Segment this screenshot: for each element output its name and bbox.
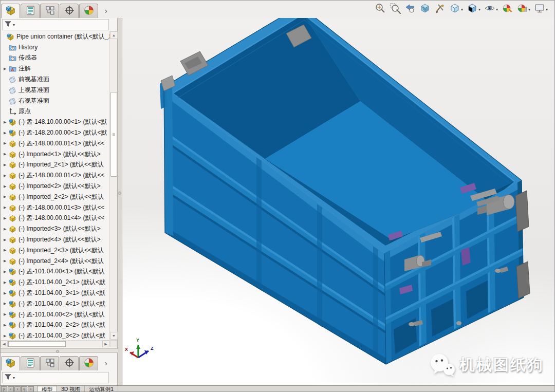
hide-show-items-button[interactable]: ▾ bbox=[484, 2, 498, 16]
tree-row[interactable]: ▶ (-) 孟-101.04.00_2<1> (默认<默 bbox=[1, 277, 109, 288]
dropdown-caret-icon[interactable]: ▾ bbox=[496, 7, 498, 12]
expand-arrow-icon[interactable]: ▶ bbox=[4, 174, 9, 178]
tree-row[interactable]: ▶ (-) 孟-101.04.00_3<2> (默认<默 bbox=[1, 330, 109, 340]
dropdown-caret-icon[interactable]: ▾ bbox=[546, 7, 548, 12]
expand-arrow-icon[interactable]: ▶ bbox=[4, 131, 9, 135]
tree-row[interactable]: ▶ (-) Imported_2<3> (默认<<默认 bbox=[1, 245, 109, 256]
dropdown-caret-icon[interactable]: ▾ bbox=[528, 7, 530, 12]
tree-row[interactable]: ▶ (-) 孟-101.04.00<1> (默认<默认 bbox=[1, 267, 109, 277]
scroll-down-button[interactable]: ▼ bbox=[110, 332, 118, 340]
tree-row[interactable]: ▶ (-) Imported_2<1> (默认<<默认 bbox=[1, 160, 109, 171]
expand-arrow-icon[interactable]: ▶ bbox=[4, 302, 9, 306]
tree-row[interactable]: ▶ (-) 孟-148.00.00.01<3> (默认<< bbox=[1, 202, 109, 213]
tab-propertymanager[interactable] bbox=[21, 4, 40, 18]
display-style-button[interactable]: ▾ bbox=[466, 2, 481, 16]
tree-filter-box[interactable]: ▾ bbox=[2, 19, 109, 30]
doc-tab-item[interactable]: 运动算例1 bbox=[85, 386, 118, 392]
expand-arrow-icon[interactable]: ▶ bbox=[4, 163, 9, 167]
horizontal-scroll-thumb[interactable] bbox=[8, 341, 66, 347]
vertical-scroll-thumb[interactable] bbox=[110, 92, 117, 177]
tree-row[interactable]: ▶ (-) Imported<1> (默认<<默认> bbox=[1, 149, 109, 160]
expand-arrow-icon[interactable]: ▶ bbox=[4, 195, 9, 199]
tree-row[interactable]: ▶ 原点 bbox=[1, 106, 109, 117]
expand-arrow-icon[interactable]: ▶ bbox=[4, 120, 9, 124]
previous-view-button[interactable] bbox=[404, 2, 416, 16]
dropdown-caret-icon[interactable]: ▾ bbox=[478, 7, 480, 12]
tree-row[interactable]: ▶ (-) 孟-101.04.00<2> (默认<默认 bbox=[1, 309, 109, 320]
apply-scene-button[interactable]: ▾ bbox=[516, 2, 531, 16]
expand-arrow-icon[interactable]: ▶ bbox=[4, 67, 9, 71]
scroll-up-button[interactable]: ▲ bbox=[110, 31, 118, 39]
tree-row[interactable]: ▶ (-) Imported<2> (默认<<默认> bbox=[1, 181, 109, 192]
panel-vertical-splitter[interactable] bbox=[118, 18, 122, 386]
view-orientation-button[interactable]: ▾ bbox=[449, 2, 464, 16]
doc-tab-active[interactable]: 模型 bbox=[37, 386, 57, 392]
graphics-viewport[interactable]: X Y Z 机械图纸狗 bbox=[123, 18, 555, 386]
tree-horizontal-scrollbar[interactable]: ◀ ▶ bbox=[1, 340, 117, 347]
tab-dimxpertmanager[interactable] bbox=[60, 4, 79, 18]
tree-row[interactable]: ▶ (-) 孟-101.04.00_4<1> (默认<默 bbox=[1, 298, 109, 309]
expand-arrow-icon[interactable]: ▶ bbox=[4, 238, 9, 242]
tree-row[interactable]: ▶ 传感器 bbox=[1, 53, 109, 64]
tab-overflow-chevron-icon[interactable]: › bbox=[103, 4, 109, 18]
tab-featuremanager-tree[interactable] bbox=[1, 356, 20, 370]
zoom-to-fit-button[interactable] bbox=[374, 2, 386, 16]
tab-configurationmanager[interactable] bbox=[40, 4, 59, 18]
tree-row[interactable]: ▶ (-) 孟-148.10.00.00<1> (默认<默 bbox=[1, 117, 109, 127]
dynamic-annotation-views-button[interactable] bbox=[434, 2, 446, 16]
expand-arrow-icon[interactable]: ▶ bbox=[4, 291, 9, 295]
scroll-right-button[interactable]: ▶ bbox=[102, 341, 109, 347]
expand-arrow-icon[interactable]: ▶ bbox=[4, 141, 9, 145]
tree-row[interactable]: ▶ (-) 孟-101.04.00_3<1> (默认<默 bbox=[1, 288, 109, 298]
scroll-left-button[interactable]: ◀ bbox=[1, 341, 8, 347]
tab-dimxpertmanager[interactable] bbox=[60, 356, 79, 370]
doc-tab-item[interactable]: 3D 视图 bbox=[57, 386, 85, 392]
tab-scroll-button[interactable]: |‹ bbox=[1, 386, 7, 392]
tree-row[interactable]: ▶ (-) 孟-101.04.00_2<2> (默认<默 bbox=[1, 320, 109, 331]
tab-displaymanager[interactable] bbox=[79, 356, 98, 370]
tree-row[interactable]: ▶ (-) 孟-148.00.00.01<1> (默认<< bbox=[1, 138, 109, 149]
tree-row[interactable]: ▶ (-) 孟-148.00.00.01<4> (默认<< bbox=[1, 213, 109, 224]
expand-arrow-icon[interactable]: ▶ bbox=[4, 334, 9, 338]
expand-arrow-icon[interactable]: ▶ bbox=[4, 270, 9, 274]
tree-row[interactable]: ▶ (-) Imported_2<4> (默认<<默认 bbox=[1, 256, 109, 267]
expand-arrow-icon[interactable]: ▶ bbox=[4, 206, 9, 210]
tree-row[interactable]: ▶ (-) 孟-148.20.00.00<1> (默认<默 bbox=[1, 127, 109, 138]
expand-arrow-icon[interactable]: ▶ bbox=[4, 323, 9, 327]
model-3d-container[interactable] bbox=[123, 18, 555, 386]
tab-propertymanager[interactable] bbox=[21, 356, 40, 370]
expand-arrow-icon[interactable]: ▶ bbox=[4, 248, 9, 252]
expand-arrow-icon[interactable]: ▶ bbox=[4, 152, 9, 156]
expand-arrow-icon[interactable]: ▶ bbox=[4, 227, 9, 231]
splitter-knob[interactable] bbox=[56, 350, 59, 353]
filter-dropdown-caret[interactable]: ▾ bbox=[13, 376, 15, 380]
tree-row[interactable]: ▶ Pipe union container (默认<默认_显 bbox=[1, 31, 109, 42]
tree-row[interactable]: ▶ A 注解 bbox=[1, 63, 109, 74]
tab-scroll-button[interactable]: › bbox=[14, 386, 21, 392]
edit-appearance-button[interactable] bbox=[501, 2, 513, 16]
panel-horizontal-splitter[interactable] bbox=[1, 348, 118, 353]
splitter-knob[interactable] bbox=[118, 192, 121, 195]
tree-row[interactable]: ▶ 前视基准面 bbox=[1, 74, 109, 85]
view-settings-button[interactable]: ▾ bbox=[533, 2, 548, 16]
dropdown-caret-icon[interactable]: ▾ bbox=[461, 7, 463, 12]
tree-row[interactable]: ▶ (-) Imported_2<2> (默认<<默认 bbox=[1, 192, 109, 202]
tab-overflow-chevron-icon[interactable]: › bbox=[103, 356, 109, 370]
tab-scroll-button[interactable]: ›| bbox=[21, 386, 27, 392]
tree-row[interactable]: ▶ (-) Imported<4> (默认<<默认> bbox=[1, 234, 109, 245]
expand-arrow-icon[interactable]: ▶ bbox=[4, 216, 9, 220]
tab-scroll-button[interactable]: › bbox=[28, 386, 34, 392]
funnel-icon[interactable] bbox=[4, 20, 12, 30]
expand-arrow-icon[interactable]: ▶ bbox=[4, 281, 9, 285]
tree-vertical-scrollbar[interactable]: ▲ ▼ bbox=[109, 31, 117, 340]
expand-arrow-icon[interactable]: ▶ bbox=[4, 312, 9, 316]
filter-dropdown-caret[interactable]: ▾ bbox=[13, 23, 15, 27]
tab-displaymanager[interactable] bbox=[79, 4, 98, 18]
tree-filter-box-secondary[interactable]: ▾ bbox=[2, 372, 109, 383]
section-view-button[interactable] bbox=[419, 2, 431, 16]
tree-row[interactable]: ▶ (-) Imported<3> (默认<<默认> bbox=[1, 223, 109, 234]
tree-row[interactable]: ▶ 上视基准面 bbox=[1, 85, 109, 96]
zoom-to-area-button[interactable] bbox=[389, 2, 401, 16]
tab-configurationmanager[interactable] bbox=[40, 356, 59, 370]
tree-row[interactable]: ▶ (-) 孟-148.00.00.01<2> (默认<< bbox=[1, 170, 109, 181]
